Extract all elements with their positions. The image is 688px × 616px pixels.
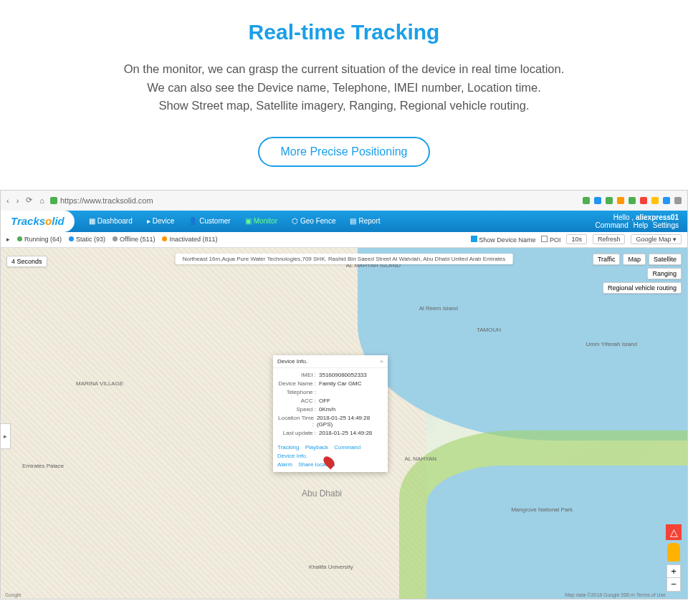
lock-icon	[50, 197, 57, 204]
speed-value: 0Km/h	[319, 406, 335, 413]
pegman-icon[interactable]	[667, 543, 680, 562]
menu-icon[interactable]	[674, 197, 682, 204]
nav-reload-icon[interactable]: ⟳	[26, 196, 32, 205]
extension-icons	[583, 197, 682, 204]
map-top-right: Traffic Map Satellite Ranging Regional v…	[593, 254, 682, 294]
link-tracking[interactable]: Tracking	[277, 444, 299, 451]
browser-chrome: ‹ › ⟳ ⌂ https://www.tracksolid.com	[1, 191, 687, 211]
zoom-out-button[interactable]: −	[667, 578, 680, 591]
sidebar-toggle-icon[interactable]: ▸	[6, 236, 10, 243]
nav-report[interactable]: ▤ Report	[344, 214, 386, 228]
link-command[interactable]: Command	[334, 444, 360, 451]
maptype-satellite[interactable]: Satellite	[649, 254, 682, 265]
map-label: Khalifa University	[309, 564, 353, 570]
promo-title: Real-time Tracking	[29, 20, 659, 44]
ext-icon[interactable]	[640, 197, 647, 204]
zoom-in-button[interactable]: +	[667, 565, 680, 578]
close-icon[interactable]: ×	[380, 358, 383, 365]
nav-device[interactable]: ▸ Device	[141, 214, 181, 228]
status-bar: ▸ Running (64) Static (93) Offline (511)…	[1, 232, 687, 248]
ext-icon[interactable]	[629, 197, 636, 204]
popup-body: IMEI :351609080052333 Device Name :Famil…	[273, 368, 388, 441]
alert-icon[interactable]: △	[666, 524, 682, 540]
ext-icon[interactable]	[594, 197, 601, 204]
map-top-left: 4 Seconds	[6, 254, 47, 266]
link-alarm[interactable]: Alarm	[277, 461, 292, 468]
traffic-button[interactable]: Traffic	[593, 254, 621, 265]
seconds-badge: 4 Seconds	[6, 256, 47, 267]
link-device-info[interactable]: Device Info.	[277, 453, 307, 459]
more-precise-button[interactable]: More Precise Positioning	[258, 137, 431, 167]
popup-title: Device Info.	[277, 358, 307, 365]
imei-value: 351609080052333	[319, 372, 367, 378]
map-label: Mangrove National Park	[511, 506, 573, 513]
zoom-control: + −	[666, 564, 681, 592]
url-text[interactable]: https://www.tracksolid.com	[60, 196, 153, 205]
link-playback[interactable]: Playback	[305, 444, 328, 451]
link-command[interactable]: Command	[596, 221, 629, 229]
promo-section: Real-time Tracking On the monitor, we ca…	[0, 0, 688, 184]
nav-back-icon[interactable]: ‹	[6, 196, 9, 205]
app-header: Tracksolid ▦ Dashboard ▸ Device 👤 Custom…	[1, 211, 687, 232]
map[interactable]: Abu Dhabi Al Reem Island Mangrove Nation…	[1, 248, 687, 599]
ext-icon[interactable]	[663, 197, 670, 204]
device-name-value: Family Car GMC	[319, 380, 362, 387]
regional-routing-button[interactable]: Regional vehicle routing	[603, 282, 682, 294]
sidebar-expand-tab[interactable]: ▸	[1, 423, 11, 449]
map-attribution-logo: Google	[5, 592, 22, 597]
ext-icon[interactable]	[651, 197, 659, 204]
device-info-popup: Device Info. × IMEI :351609080052333 Dev…	[273, 355, 388, 472]
poi-toggle[interactable]: POI	[541, 236, 560, 244]
address-bar: Northeast 16m,Aqua Pure Water Technologi…	[176, 254, 513, 264]
ext-icon[interactable]	[583, 197, 590, 204]
map-label: MARINA VILLAGE	[76, 380, 123, 387]
user-greeting: Hello , aliexpress01 Command Help Settin…	[596, 213, 679, 229]
maptype-map[interactable]: Map	[623, 254, 646, 265]
acc-value: OFF	[319, 398, 330, 404]
map-label: AL NAHYAN	[405, 456, 436, 462]
refresh-button[interactable]: Refresh	[593, 234, 626, 244]
map-label: TAMOUH	[477, 327, 501, 333]
link-settings[interactable]: Settings	[653, 221, 679, 229]
map-label-abudhabi: Abu Dhabi	[302, 489, 342, 499]
status-running[interactable]: Running (64)	[17, 236, 62, 243]
map-attribution-text: Map data ©2018 Google 500 m Terms of Use	[565, 592, 666, 597]
main-nav: ▦ Dashboard ▸ Device 👤 Customer ▣ Monito…	[83, 214, 386, 228]
map-label: Al Reem Island	[419, 305, 458, 312]
status-inactivated[interactable]: Inactivated (811)	[162, 236, 217, 243]
nav-monitor[interactable]: ▣ Monitor	[239, 214, 283, 228]
map-label: Emirates Palace	[22, 463, 64, 469]
status-offline[interactable]: Offline (511)	[113, 236, 155, 243]
promo-line-2: We can also see the Device name, Telepho…	[29, 79, 659, 97]
nav-forward-icon[interactable]: ›	[16, 196, 19, 205]
show-device-name-toggle[interactable]: Show Device Name	[471, 236, 536, 244]
promo-line-1: On the monitor, we can grasp the current…	[29, 60, 659, 79]
browser-window: ‹ › ⟳ ⌂ https://www.tracksolid.com Track…	[0, 190, 688, 600]
promo-text: On the monitor, we can grasp the current…	[29, 60, 659, 115]
nav-customer[interactable]: 👤 Customer	[183, 214, 236, 228]
ranging-button[interactable]: Ranging	[647, 268, 682, 279]
link-help[interactable]: Help	[634, 221, 649, 229]
nav-home-icon[interactable]: ⌂	[39, 196, 44, 205]
nav-geofence[interactable]: ⬡ Geo Fence	[286, 214, 341, 228]
map-provider-select[interactable]: Google Map ▾	[631, 234, 682, 244]
promo-line-3: Show Street map, Satellite imagery, Rang…	[29, 97, 659, 115]
nav-dashboard[interactable]: ▦ Dashboard	[83, 214, 138, 228]
interval-select[interactable]: 10s	[566, 234, 587, 244]
status-static[interactable]: Static (93)	[69, 236, 105, 243]
map-bottom-right-controls: △ + −	[666, 524, 682, 592]
logo[interactable]: Tracksolid	[1, 211, 75, 232]
ext-icon[interactable]	[606, 197, 613, 204]
location-time-value: 2018-01-25 14:49:28 (GPS)	[317, 415, 383, 428]
ext-icon[interactable]	[617, 197, 624, 204]
last-update-value: 2018-01-25 14:49:28	[319, 430, 372, 436]
map-label: Umm Yifenah Island	[586, 341, 637, 347]
